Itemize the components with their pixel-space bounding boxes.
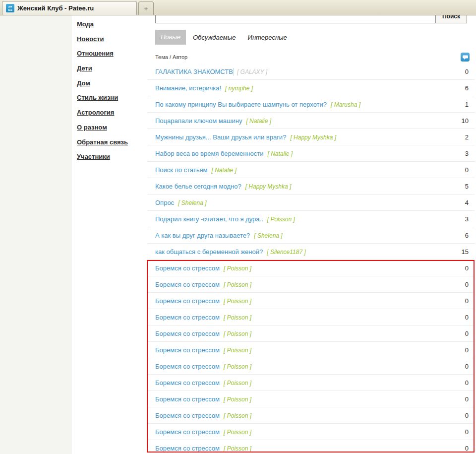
topic-row: Боремся со стрессом [ Poisson ] 0: [147, 325, 475, 342]
new-tab-button[interactable]: +: [138, 1, 154, 15]
topic-author-link[interactable]: [ Natalie ]: [211, 167, 237, 174]
topic-author-link[interactable]: [ Happy Myshka ]: [245, 183, 292, 190]
topic-author-link[interactable]: [ Natalie ]: [246, 118, 271, 125]
topic-cell: Какое белье сегодня модно? [ Happy Myshk…: [155, 183, 457, 190]
topic-cell: Подарил книгу -считает, что я дура.. [ P…: [155, 215, 457, 223]
topic-author-link[interactable]: [ Poisson ]: [224, 298, 251, 305]
topic-link[interactable]: как общаться с беременной женой?: [155, 248, 263, 256]
speech-bubble-icon[interactable]: [461, 53, 470, 62]
topic-author-link[interactable]: [ Poisson ]: [224, 347, 251, 354]
topic-author-link[interactable]: [ Poisson ]: [224, 429, 251, 436]
topic-cell: Боремся со стрессом [ Poisson ]: [155, 395, 457, 403]
topic-cell: А как вы друг друга называете? [ Shelena…: [155, 232, 457, 239]
topic-cell: Боремся со стрессом [ Poisson ]: [155, 346, 457, 354]
topic-link[interactable]: Поцарапали ключом машину: [155, 117, 242, 125]
topic-cell: Боремся со стрессом [ Poisson ]: [155, 314, 457, 321]
sidebar-item[interactable]: Отношения: [77, 46, 151, 61]
topic-cell: Набор веса во время беременности [ Natal…: [155, 150, 457, 157]
topic-author-link[interactable]: [ nymphe ]: [225, 85, 253, 92]
sidebar-item[interactable]: Дети: [77, 61, 151, 76]
topic-link[interactable]: Внимание, истеричка!: [155, 84, 221, 92]
list-tab[interactable]: Обсуждаемые: [193, 34, 236, 41]
topic-link[interactable]: Подарил книгу -считает, что я дура..: [155, 215, 263, 223]
topic-row: Боремся со стрессом [ Poisson ] 0: [147, 260, 475, 276]
topic-row: Боремся со стрессом [ Poisson ] 0: [147, 407, 475, 424]
topic-row: как общаться с беременной женой? [ Silen…: [147, 244, 475, 260]
sidebar-item[interactable]: Стиль жизни: [77, 90, 151, 105]
topic-author-link[interactable]: [ Shelena ]: [254, 232, 282, 239]
topic-link[interactable]: Боремся со стрессом: [155, 379, 220, 387]
topic-reply-count: 2: [457, 133, 469, 141]
topic-author-link[interactable]: [ Happy Myshka ]: [290, 134, 336, 141]
list-header-label: Тема / Автор: [155, 54, 187, 60]
topic-link[interactable]: Боремся со стрессом: [155, 428, 220, 436]
sidebar-item[interactable]: Дом: [77, 76, 151, 91]
topic-link[interactable]: Поиск по статьям: [155, 166, 207, 174]
topic-cell: Боремся со стрессом [ Poisson ]: [155, 330, 457, 337]
list-tab[interactable]: Интересные: [248, 34, 287, 41]
topic-author-link[interactable]: [ Poisson ]: [224, 363, 251, 370]
topic-link[interactable]: Боремся со стрессом: [155, 412, 220, 419]
topic-link[interactable]: Мужнины друзья... Ваши друзья или враги?: [155, 133, 286, 141]
list-tabs: НовыеОбсуждаемыеИнтересные: [155, 30, 299, 45]
topic-row: Внимание, истеричка! [ nymphe ] 6: [147, 80, 475, 96]
topic-cell: ГАЛАКТИКА ЗНАКОМСТВ [ GALAXY ]: [155, 68, 457, 75]
topic-author-link[interactable]: [ Marusha ]: [331, 101, 360, 108]
topic-link[interactable]: Боремся со стрессом: [155, 445, 220, 452]
topic-cell: Поиск по статьям [ Natalie ]: [155, 166, 457, 174]
topic-link[interactable]: Опрос: [155, 199, 174, 206]
topic-row: Боремся со стрессом [ Poisson ] 0: [147, 375, 475, 391]
topic-link[interactable]: Боремся со стрессом: [155, 297, 220, 305]
topic-link[interactable]: Боремся со стрессом: [155, 264, 220, 272]
favicon-text-bottom: tee: [6, 8, 14, 12]
topic-row: Мужнины друзья... Ваши друзья или враги?…: [147, 129, 475, 145]
topic-row: Боремся со стрессом [ Poisson ] 0: [147, 391, 475, 407]
topic-row: Боремся со стрессом [ Poisson ] 0: [147, 440, 475, 454]
topic-author-link[interactable]: [ Poisson ]: [224, 281, 251, 288]
topic-author-link[interactable]: [ Poisson ]: [224, 412, 251, 419]
topic-link[interactable]: Боремся со стрессом: [155, 281, 220, 288]
sidebar-item[interactable]: Мода: [77, 17, 151, 32]
topic-author-link[interactable]: [ Poisson ]: [224, 396, 251, 403]
topic-author-link[interactable]: [ Poisson ]: [224, 380, 251, 387]
topic-reply-count: 6: [457, 84, 469, 92]
sidebar-item[interactable]: Обратная связь: [77, 135, 151, 150]
topic-author-link[interactable]: [ Poisson ]: [224, 330, 251, 337]
topic-author-link[interactable]: [ Poisson ]: [224, 314, 251, 321]
topic-cell: Опрос [ Shelena ]: [155, 199, 457, 206]
topic-link[interactable]: Боремся со стрессом: [155, 314, 220, 321]
topic-link[interactable]: ГАЛАКТИКА ЗНАКОМСТВ: [155, 68, 233, 75]
topic-author-link[interactable]: [ Natalie ]: [268, 150, 293, 157]
topic-reply-count: 3: [457, 150, 469, 157]
topic-author-link[interactable]: [ Silence1187 ]: [267, 249, 306, 256]
topic-link[interactable]: Боремся со стрессом: [155, 346, 220, 354]
topic-row: Боремся со стрессом [ Poisson ] 0: [147, 358, 475, 375]
topic-link[interactable]: Боремся со стрессом: [155, 363, 220, 370]
sidebar-item[interactable]: Астрология: [77, 105, 151, 120]
topic-author-link[interactable]: [ Shelena ]: [178, 199, 206, 206]
list-tab[interactable]: Новые: [155, 30, 186, 45]
topic-author-link[interactable]: [ Poisson ]: [267, 216, 295, 223]
topic-author-link[interactable]: [ GALAXY ]: [237, 68, 267, 75]
topic-row: Набор веса во время беременности [ Natal…: [147, 145, 475, 162]
topic-row: По какому принципу Вы выбираете шампунь …: [147, 96, 475, 113]
topic-link[interactable]: А как вы друг друга называете?: [155, 232, 250, 239]
topic-reply-count: 1: [457, 101, 469, 108]
topic-reply-count: 15: [457, 248, 469, 256]
topic-link[interactable]: Какое белье сегодня модно?: [155, 183, 241, 190]
topic-reply-count: 4: [457, 199, 469, 206]
topic-row: Боремся со стрессом [ Poisson ] 0: [147, 342, 475, 358]
topic-link[interactable]: Набор веса во время беременности: [155, 150, 264, 157]
topic-author-link[interactable]: [ Poisson ]: [224, 445, 251, 452]
topic-cell: Боремся со стрессом [ Poisson ]: [155, 428, 457, 436]
sidebar-item[interactable]: Участники: [77, 149, 151, 164]
sidebar-item[interactable]: О разном: [77, 120, 151, 135]
topic-link[interactable]: Боремся со стрессом: [155, 395, 220, 403]
topic-reply-count: 0: [457, 166, 469, 174]
sidebar-item[interactable]: Новости: [77, 32, 151, 47]
topic-link[interactable]: По какому принципу Вы выбираете шампунь …: [155, 101, 327, 108]
browser-tab[interactable]: pa tee Женский Клуб - Patee.ru: [2, 1, 137, 15]
topic-author-link[interactable]: [ Poisson ]: [224, 265, 251, 272]
topic-link[interactable]: Боремся со стрессом: [155, 330, 220, 337]
topic-cell: Боремся со стрессом [ Poisson ]: [155, 363, 457, 370]
